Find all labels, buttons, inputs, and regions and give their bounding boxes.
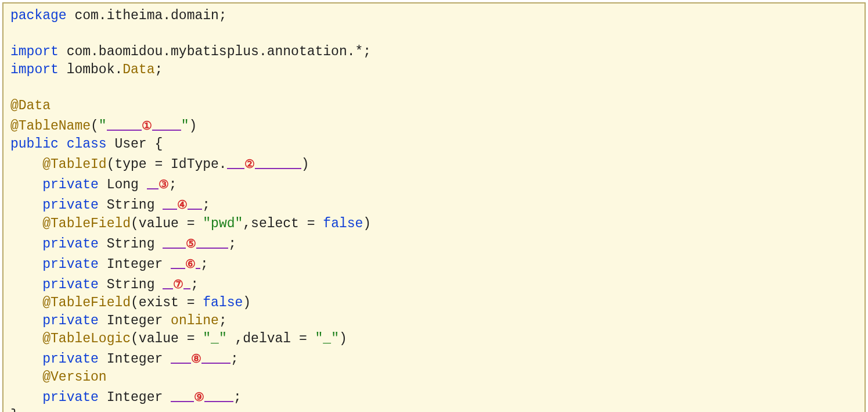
tf1-b: ,select = xyxy=(243,216,323,231)
type-long: Long xyxy=(99,177,147,192)
import-2-semi: ; xyxy=(154,62,163,77)
quote-open-1: " xyxy=(99,119,107,134)
kw-private-1: private xyxy=(42,177,99,192)
semi-3: ; xyxy=(228,237,236,252)
annotation-tablefield-2: @TableField xyxy=(42,295,131,310)
kw-private-8: private xyxy=(42,390,99,405)
circle-5-icon: ⑤ xyxy=(186,237,196,250)
blank-7b xyxy=(183,275,190,289)
circle-3-icon: ③ xyxy=(159,178,169,191)
tl-b: ,delval = xyxy=(227,331,315,346)
tl-a: (value = xyxy=(131,331,203,346)
kw-public: public xyxy=(10,137,59,152)
kw-private-3: private xyxy=(42,237,99,252)
paren-open-1: ( xyxy=(91,119,99,134)
code-container: package com.itheima.domain; import com.b… xyxy=(2,2,866,412)
blank-6a xyxy=(171,255,185,269)
annotation-version: @Version xyxy=(42,370,106,385)
tf1-a: (value = xyxy=(131,216,203,231)
kw-private-7: private xyxy=(42,352,99,367)
circle-7-icon: ⑦ xyxy=(173,278,183,291)
code-block: package com.itheima.domain; import com.b… xyxy=(10,7,860,412)
type-string-3: String xyxy=(99,277,163,292)
tf1-str: "pwd" xyxy=(203,216,243,231)
kw-class: class xyxy=(59,137,107,152)
semi-6: ; xyxy=(219,313,227,328)
annotation-tablename: @TableName xyxy=(10,119,91,134)
blank-2b xyxy=(255,155,301,169)
pkg-name-1: com.itheima.domain; xyxy=(67,8,227,23)
tf1-c: ) xyxy=(363,216,371,231)
blank-8b xyxy=(201,349,230,364)
semi-8: ; xyxy=(233,390,242,405)
blank-3a xyxy=(147,175,159,189)
circle-6-icon: ⑥ xyxy=(185,257,196,270)
tf1-false: false xyxy=(323,216,363,231)
circle-8-icon: ⑧ xyxy=(191,352,201,365)
kw-private-6: private xyxy=(42,313,99,328)
tf2-a: (exist = xyxy=(131,295,203,310)
quote-close-1: " xyxy=(181,119,189,134)
annotation-tablelogic: @TableLogic xyxy=(42,331,131,346)
semi-2: ; xyxy=(202,198,210,213)
semi-1: ; xyxy=(169,177,177,192)
blank-9b xyxy=(204,388,233,402)
kw-import-1: import xyxy=(10,44,59,59)
annotation-tablefield-1: @TableField xyxy=(42,216,131,231)
tf2-c: ) xyxy=(243,295,251,310)
blank-5b xyxy=(196,234,228,249)
kw-import-2: import xyxy=(10,62,59,77)
tableid-args-b: ) xyxy=(301,157,309,172)
blank-1b xyxy=(152,116,181,131)
tl-str-1: "_" xyxy=(203,331,226,346)
kw-package: package xyxy=(10,8,67,23)
type-integer-3: Integer xyxy=(99,352,171,367)
import-1: com.baomidou.mybatisplus.annotation.*; xyxy=(59,44,371,59)
kw-private-2: private xyxy=(42,198,99,213)
semi-7: ; xyxy=(230,352,239,367)
kw-private-5: private xyxy=(42,277,99,292)
tableid-args-a: (type = IdType. xyxy=(107,157,227,172)
circle-9-icon: ⑨ xyxy=(194,390,204,403)
semi-4: ; xyxy=(200,257,208,272)
kw-private-4: private xyxy=(42,257,99,272)
import-2a: lombok. xyxy=(59,62,123,77)
annotation-tableid: @TableId xyxy=(42,157,106,172)
blank-7a xyxy=(163,275,173,289)
type-string-2: String xyxy=(99,237,163,252)
blank-4a xyxy=(163,195,177,210)
type-integer-4: Integer xyxy=(99,390,171,405)
type-string-1: String xyxy=(99,198,163,213)
blank-9a xyxy=(171,388,194,402)
tl-str-2: "_" xyxy=(315,331,339,346)
import-data: Data xyxy=(123,62,154,77)
blank-5a xyxy=(163,234,186,249)
type-integer-2: Integer xyxy=(99,313,171,328)
id-online: online xyxy=(171,313,219,328)
blank-2a xyxy=(227,155,244,169)
tl-c: ) xyxy=(339,331,347,346)
blank-1 xyxy=(107,116,142,131)
close-brace: } xyxy=(10,408,19,412)
blank-6b xyxy=(196,255,200,269)
semi-5: ; xyxy=(190,277,199,292)
blank-8a xyxy=(171,349,191,364)
circle-1-icon: ① xyxy=(142,119,152,132)
type-integer-1: Integer xyxy=(99,257,171,272)
blank-4b xyxy=(188,195,202,210)
circle-2-icon: ② xyxy=(244,157,255,170)
paren-close-1: ) xyxy=(189,119,197,134)
tf2-false: false xyxy=(203,295,243,310)
annotation-data: @Data xyxy=(10,98,51,113)
class-name: User { xyxy=(107,137,163,152)
circle-4-icon: ④ xyxy=(177,198,188,211)
